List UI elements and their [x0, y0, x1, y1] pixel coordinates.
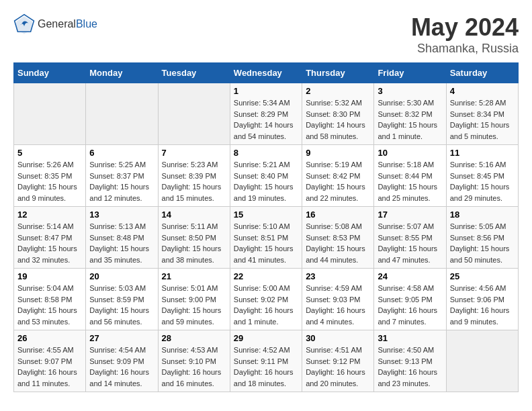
logo-text: GeneralBlue [38, 18, 97, 30]
day-info: Sunrise: 5:34 AMSunset: 8:29 PMDaylight:… [234, 97, 298, 142]
title-section: May 2024 Shamanka, Russia [411, 13, 519, 56]
calendar-cell [14, 83, 86, 145]
calendar-cell: 2 Sunrise: 5:32 AMSunset: 8:30 PMDayligh… [302, 83, 374, 145]
calendar-table: SundayMondayTuesdayWednesdayThursdayFrid… [13, 62, 519, 392]
calendar-cell [86, 83, 158, 145]
calendar-cell: 21 Sunrise: 5:01 AMSunset: 9:00 PMDaylig… [158, 269, 230, 330]
day-info: Sunrise: 5:32 AMSunset: 8:30 PMDaylight:… [306, 97, 370, 142]
day-number: 25 [450, 271, 515, 281]
calendar-body: 1 Sunrise: 5:34 AMSunset: 8:29 PMDayligh… [14, 83, 519, 392]
header: GeneralBlue May 2024 Shamanka, Russia [13, 13, 519, 56]
calendar-title: May 2024 [411, 13, 519, 42]
day-number: 30 [306, 333, 370, 343]
calendar-cell: 11 Sunrise: 5:16 AMSunset: 8:45 PMDaylig… [446, 145, 518, 207]
calendar-cell: 29 Sunrise: 4:52 AMSunset: 9:11 PMDaylig… [230, 330, 302, 392]
calendar-cell: 19 Sunrise: 5:04 AMSunset: 8:58 PMDaylig… [14, 269, 86, 330]
week-row-3: 19 Sunrise: 5:04 AMSunset: 8:58 PMDaylig… [14, 269, 519, 330]
day-number: 1 [234, 86, 298, 96]
week-row-0: 1 Sunrise: 5:34 AMSunset: 8:29 PMDayligh… [14, 83, 519, 145]
day-number: 18 [450, 210, 515, 220]
calendar-cell: 26 Sunrise: 4:55 AMSunset: 9:07 PMDaylig… [14, 330, 86, 392]
day-number: 3 [378, 86, 442, 96]
day-info: Sunrise: 5:30 AMSunset: 8:32 PMDaylight:… [378, 97, 442, 142]
day-number: 23 [306, 271, 370, 281]
calendar-cell: 13 Sunrise: 5:13 AMSunset: 8:48 PMDaylig… [86, 207, 158, 269]
day-info: Sunrise: 4:50 AMSunset: 9:13 PMDaylight:… [378, 345, 442, 389]
calendar-cell: 24 Sunrise: 4:58 AMSunset: 9:05 PMDaylig… [374, 269, 446, 330]
header-day-wednesday: Wednesday [230, 63, 302, 83]
week-row-1: 5 Sunrise: 5:26 AMSunset: 8:35 PMDayligh… [14, 145, 519, 207]
day-info: Sunrise: 5:25 AMSunset: 8:37 PMDaylight:… [89, 159, 154, 203]
day-number: 31 [378, 333, 442, 343]
day-info: Sunrise: 5:10 AMSunset: 8:51 PMDaylight:… [234, 221, 298, 265]
day-info: Sunrise: 5:19 AMSunset: 8:42 PMDaylight:… [306, 159, 370, 203]
day-info: Sunrise: 4:53 AMSunset: 9:10 PMDaylight:… [162, 345, 226, 389]
day-info: Sunrise: 4:56 AMSunset: 9:06 PMDaylight:… [450, 283, 515, 327]
day-info: Sunrise: 5:01 AMSunset: 9:00 PMDaylight:… [162, 283, 226, 327]
calendar-cell [446, 330, 518, 392]
calendar-cell: 28 Sunrise: 4:53 AMSunset: 9:10 PMDaylig… [158, 330, 230, 392]
day-number: 14 [162, 210, 226, 220]
day-info: Sunrise: 4:55 AMSunset: 9:07 PMDaylight:… [17, 345, 82, 389]
day-number: 20 [89, 271, 154, 281]
day-info: Sunrise: 5:23 AMSunset: 8:39 PMDaylight:… [162, 159, 226, 203]
calendar-cell: 15 Sunrise: 5:10 AMSunset: 8:51 PMDaylig… [230, 207, 302, 269]
day-number: 13 [89, 210, 154, 220]
day-info: Sunrise: 5:16 AMSunset: 8:45 PMDaylight:… [450, 159, 515, 203]
day-number: 12 [17, 210, 82, 220]
logo-icon [13, 13, 35, 35]
day-number: 10 [378, 148, 442, 158]
calendar-cell: 3 Sunrise: 5:30 AMSunset: 8:32 PMDayligh… [374, 83, 446, 145]
logo-general: General [38, 18, 76, 30]
logo: GeneralBlue [13, 13, 97, 35]
day-number: 21 [162, 271, 226, 281]
day-number: 28 [162, 333, 226, 343]
week-row-4: 26 Sunrise: 4:55 AMSunset: 9:07 PMDaylig… [14, 330, 519, 392]
calendar-cell: 30 Sunrise: 4:51 AMSunset: 9:12 PMDaylig… [302, 330, 374, 392]
day-info: Sunrise: 5:00 AMSunset: 9:02 PMDaylight:… [234, 283, 298, 327]
calendar-cell: 31 Sunrise: 4:50 AMSunset: 9:13 PMDaylig… [374, 330, 446, 392]
calendar-cell: 10 Sunrise: 5:18 AMSunset: 8:44 PMDaylig… [374, 145, 446, 207]
week-row-2: 12 Sunrise: 5:14 AMSunset: 8:47 PMDaylig… [14, 207, 519, 269]
day-info: Sunrise: 5:05 AMSunset: 8:56 PMDaylight:… [450, 221, 515, 265]
day-info: Sunrise: 5:07 AMSunset: 8:55 PMDaylight:… [378, 221, 442, 265]
day-number: 17 [378, 210, 442, 220]
day-number: 26 [17, 333, 82, 343]
calendar-cell: 17 Sunrise: 5:07 AMSunset: 8:55 PMDaylig… [374, 207, 446, 269]
day-number: 5 [17, 148, 82, 158]
day-info: Sunrise: 5:03 AMSunset: 8:59 PMDaylight:… [89, 283, 154, 327]
day-number: 19 [17, 271, 82, 281]
calendar-cell: 9 Sunrise: 5:19 AMSunset: 8:42 PMDayligh… [302, 145, 374, 207]
calendar-cell: 22 Sunrise: 5:00 AMSunset: 9:02 PMDaylig… [230, 269, 302, 330]
calendar-cell: 25 Sunrise: 4:56 AMSunset: 9:06 PMDaylig… [446, 269, 518, 330]
day-info: Sunrise: 5:08 AMSunset: 8:53 PMDaylight:… [306, 221, 370, 265]
header-day-tuesday: Tuesday [158, 63, 230, 83]
day-info: Sunrise: 4:58 AMSunset: 9:05 PMDaylight:… [378, 283, 442, 327]
day-number: 22 [234, 271, 298, 281]
day-number: 9 [306, 148, 370, 158]
day-number: 16 [306, 210, 370, 220]
calendar-cell: 5 Sunrise: 5:26 AMSunset: 8:35 PMDayligh… [14, 145, 86, 207]
calendar-cell: 27 Sunrise: 4:54 AMSunset: 9:09 PMDaylig… [86, 330, 158, 392]
day-number: 7 [162, 148, 226, 158]
calendar-cell: 23 Sunrise: 4:59 AMSunset: 9:03 PMDaylig… [302, 269, 374, 330]
day-info: Sunrise: 4:52 AMSunset: 9:11 PMDaylight:… [234, 345, 298, 389]
day-number: 27 [89, 333, 154, 343]
day-number: 15 [234, 210, 298, 220]
calendar-cell: 6 Sunrise: 5:25 AMSunset: 8:37 PMDayligh… [86, 145, 158, 207]
day-info: Sunrise: 5:18 AMSunset: 8:44 PMDaylight:… [378, 159, 442, 203]
calendar-cell: 18 Sunrise: 5:05 AMSunset: 8:56 PMDaylig… [446, 207, 518, 269]
day-info: Sunrise: 4:59 AMSunset: 9:03 PMDaylight:… [306, 283, 370, 327]
calendar-cell: 7 Sunrise: 5:23 AMSunset: 8:39 PMDayligh… [158, 145, 230, 207]
day-number: 24 [378, 271, 442, 281]
logo-blue: Blue [76, 18, 97, 30]
day-number: 8 [234, 148, 298, 158]
day-info: Sunrise: 4:51 AMSunset: 9:12 PMDaylight:… [306, 345, 370, 389]
day-number: 2 [306, 86, 370, 96]
day-info: Sunrise: 5:04 AMSunset: 8:58 PMDaylight:… [17, 283, 82, 327]
header-day-monday: Monday [86, 63, 158, 83]
calendar-cell [158, 83, 230, 145]
calendar-subtitle: Shamanka, Russia [411, 42, 519, 56]
day-info: Sunrise: 5:26 AMSunset: 8:35 PMDaylight:… [17, 159, 82, 203]
day-info: Sunrise: 5:11 AMSunset: 8:50 PMDaylight:… [162, 221, 226, 265]
